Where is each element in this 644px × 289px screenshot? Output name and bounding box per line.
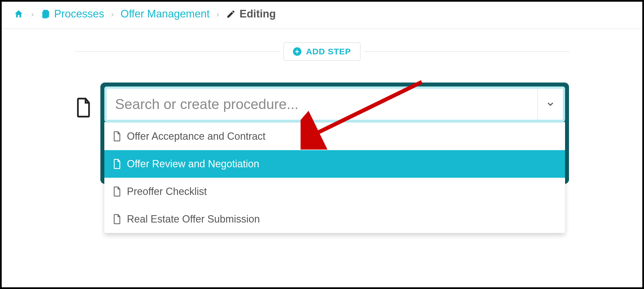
procedure-search-input[interactable] bbox=[107, 89, 537, 120]
step-row: Offer Acceptance and ContractOffer Revie… bbox=[75, 83, 569, 233]
app-frame: › Processes › Offer Management › Editing… bbox=[0, 0, 644, 289]
breadcrumb-processes[interactable]: Processes bbox=[41, 8, 104, 20]
document-icon bbox=[113, 159, 121, 169]
add-step-label: ADD STEP bbox=[306, 47, 351, 56]
procedure-dropdown: Offer Acceptance and ContractOffer Revie… bbox=[104, 123, 565, 233]
chevron-down-icon bbox=[546, 100, 555, 108]
breadcrumb-editing: Editing bbox=[226, 8, 276, 20]
add-step-divider: + ADD STEP bbox=[75, 40, 569, 63]
breadcrumb-offer-management[interactable]: Offer Management bbox=[120, 8, 209, 20]
dropdown-item-label: Offer Acceptance and Contract bbox=[127, 130, 266, 142]
procedure-search-box bbox=[104, 86, 565, 122]
breadcrumb-offer-management-label: Offer Management bbox=[120, 8, 209, 20]
dropdown-item[interactable]: Offer Acceptance and Contract bbox=[104, 123, 565, 150]
dropdown-toggle[interactable] bbox=[537, 89, 563, 120]
document-icon bbox=[113, 186, 121, 197]
step-card: Offer Acceptance and ContractOffer Revie… bbox=[100, 83, 569, 233]
dropdown-item[interactable]: Preoffer Checklist bbox=[104, 178, 565, 205]
dropdown-item[interactable]: Real Estate Offer Submission bbox=[104, 205, 565, 233]
breadcrumb-processes-label: Processes bbox=[54, 8, 104, 20]
breadcrumb-editing-label: Editing bbox=[240, 8, 276, 20]
pencil-icon bbox=[226, 9, 236, 19]
divider-line bbox=[364, 51, 569, 52]
breadcrumb: › Processes › Offer Management › Editing bbox=[2, 2, 642, 29]
documents-icon bbox=[41, 9, 51, 19]
chevron-right-icon: › bbox=[31, 9, 34, 19]
document-icon bbox=[113, 214, 121, 224]
add-step-button[interactable]: + ADD STEP bbox=[283, 42, 361, 61]
divider-line bbox=[75, 51, 280, 52]
chevron-right-icon: › bbox=[217, 9, 219, 19]
chevron-right-icon: › bbox=[111, 9, 114, 19]
document-icon bbox=[75, 97, 95, 118]
main-area: + ADD STEP bbox=[2, 29, 642, 233]
plus-circle-icon: + bbox=[293, 47, 301, 56]
dropdown-item-label: Preoffer Checklist bbox=[127, 186, 207, 197]
home-icon[interactable] bbox=[13, 9, 24, 19]
dropdown-item-label: Offer Review and Negotiation bbox=[127, 158, 259, 170]
dropdown-item[interactable]: Offer Review and Negotiation bbox=[104, 150, 565, 178]
document-icon bbox=[113, 131, 121, 142]
dropdown-item-label: Real Estate Offer Submission bbox=[127, 213, 260, 225]
